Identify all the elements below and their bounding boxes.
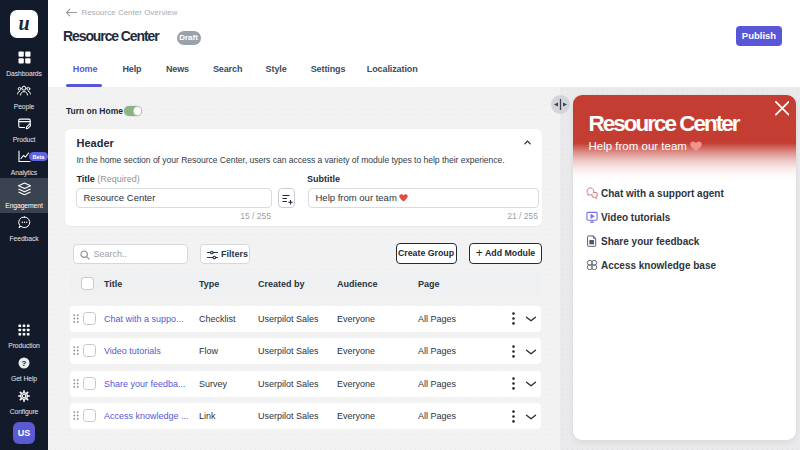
svg-text:?: ?: [22, 359, 27, 368]
